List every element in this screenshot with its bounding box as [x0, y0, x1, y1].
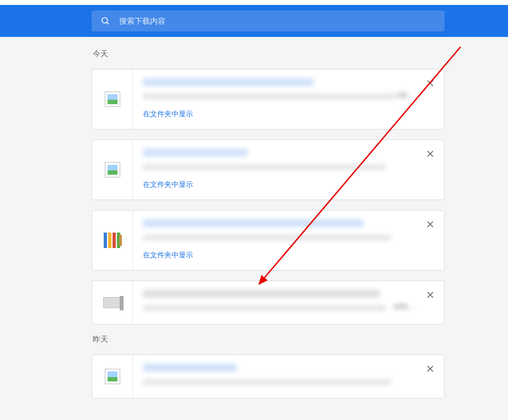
- svg-line-1: [106, 22, 109, 24]
- download-url-suffix: APR…: [393, 303, 434, 311]
- download-filename[interactable]: [143, 219, 434, 227]
- svg-point-0: [102, 18, 108, 23]
- download-item-icon: [92, 355, 133, 398]
- download-url: [143, 377, 434, 383]
- download-item-body: 在文件夹中显示: [133, 140, 444, 200]
- download-item: [92, 354, 445, 399]
- show-in-folder-link[interactable]: 在文件夹中显示: [143, 109, 193, 119]
- file-archive-icon: [104, 233, 121, 248]
- download-item: GE…在文件夹中显示: [92, 69, 445, 130]
- downloads-list: 今天 GE…在文件夹中显示在文件夹中显示在文件夹中显示APR… 昨天: [92, 49, 445, 399]
- download-item-body: GE…在文件夹中显示: [133, 69, 444, 129]
- file-binary-icon: [103, 297, 122, 308]
- download-item-icon: [92, 140, 133, 200]
- download-filename[interactable]: [143, 290, 434, 298]
- downloads-header: [0, 5, 508, 37]
- show-in-folder-link[interactable]: 在文件夹中显示: [143, 250, 193, 260]
- search-input[interactable]: [119, 17, 436, 25]
- download-item-icon: [92, 281, 133, 324]
- download-item: 在文件夹中显示: [92, 210, 445, 271]
- download-url-suffix: GE…: [398, 91, 434, 99]
- file-image-icon: [105, 369, 120, 384]
- download-item-body: 在文件夹中显示: [133, 211, 444, 270]
- download-item: 在文件夹中显示: [92, 139, 445, 200]
- download-url: APR…: [143, 303, 434, 309]
- section-heading-today: 今天: [92, 49, 445, 59]
- download-item-body: [133, 355, 444, 398]
- file-image-icon: [105, 91, 120, 107]
- download-filename[interactable]: [143, 78, 434, 86]
- download-item-icon: [92, 69, 133, 129]
- download-item-icon: [92, 211, 133, 270]
- download-item-body: APR…: [133, 281, 444, 324]
- search-icon: [100, 16, 110, 26]
- show-in-folder-link[interactable]: 在文件夹中显示: [143, 180, 193, 190]
- download-url: GE…: [143, 91, 434, 97]
- download-url: [143, 233, 434, 238]
- download-filename[interactable]: [143, 149, 434, 157]
- download-filename[interactable]: [143, 364, 434, 371]
- file-image-icon: [105, 162, 120, 177]
- download-item: APR…: [92, 281, 445, 325]
- download-url: [143, 162, 434, 168]
- search-box[interactable]: [92, 10, 445, 31]
- section-heading-yesterday: 昨天: [92, 335, 445, 344]
